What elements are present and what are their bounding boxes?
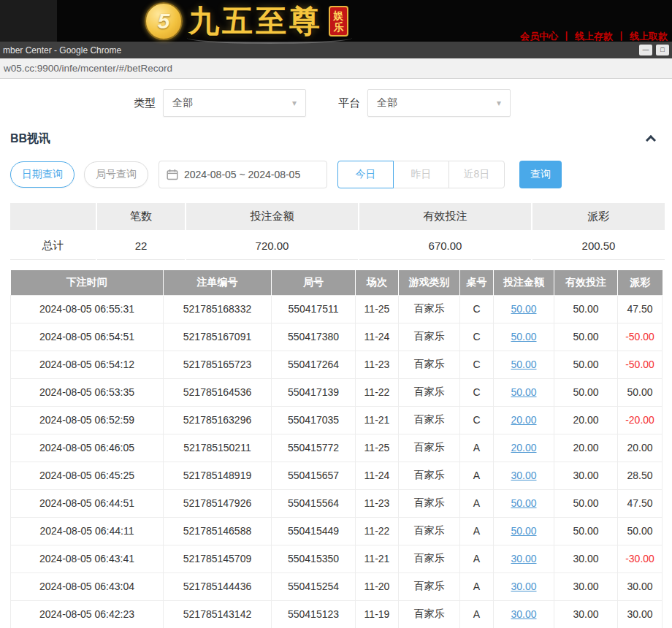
round-number-cell: 550417035 <box>272 406 356 434</box>
coin-glyph: 5 <box>158 9 170 34</box>
coin-icon: 5 <box>145 2 183 40</box>
table-code-cell: A <box>460 517 494 545</box>
valid-bet-cell: 50.00 <box>554 517 618 545</box>
bet-amount-link[interactable]: 30.00 <box>511 608 536 620</box>
bet-amount-cell: 50.00 <box>494 489 554 517</box>
game-type-cell: 百家乐 <box>399 351 460 378</box>
calendar-icon <box>167 169 178 180</box>
bet-number-cell: 521785168332 <box>164 295 272 323</box>
bet-time-cell: 2024-08-05 06:44:11 <box>11 517 164 545</box>
nav-withdraw-link[interactable]: 线上取款 <box>630 31 668 42</box>
maximize-button[interactable]: □ <box>656 45 669 55</box>
summary-header-valid-bet: 有效投注 <box>359 203 531 230</box>
summary-valid-bet-value: 670.00 <box>359 231 531 260</box>
payout-cell: 20.00 <box>618 434 663 462</box>
type-select[interactable]: 全部 ▾ <box>163 89 306 117</box>
game-type-cell: 百家乐 <box>399 406 460 434</box>
nav-member-center-link[interactable]: 会员中心 <box>520 31 558 42</box>
valid-bet-cell: 50.00 <box>554 295 618 323</box>
round-number-cell: 550417139 <box>272 378 356 406</box>
table-row: 2024-08-05 06:54:12521785165723550417264… <box>11 351 663 378</box>
url-bar[interactable]: w05.cc:9900/infe/mcenter/#/betRecord <box>0 58 672 79</box>
collapse-chevron-up-icon[interactable] <box>646 135 656 145</box>
valid-bet-cell: 30.00 <box>554 462 618 489</box>
bet-amount-link[interactable]: 50.00 <box>511 386 536 398</box>
bet-amount-link[interactable]: 30.00 <box>511 581 536 592</box>
game-type-cell: 百家乐 <box>399 378 460 406</box>
summary-header-bet-amount: 投注金额 <box>186 203 358 230</box>
bet-time-cell: 2024-08-05 06:54:51 <box>11 323 164 351</box>
table-code-cell: A <box>460 462 494 489</box>
table-row: 2024-08-05 06:46:05521785150211550415772… <box>11 434 663 462</box>
minimize-button[interactable]: — <box>639 45 652 55</box>
bet-amount-link[interactable]: 50.00 <box>511 359 536 370</box>
payout-cell: -20.00 <box>618 406 663 434</box>
bet-number-cell: 521785145709 <box>164 545 272 573</box>
quick-8days-button[interactable]: 近8日 <box>448 161 505 188</box>
valid-bet-cell: 50.00 <box>554 351 618 378</box>
quick-today-button[interactable]: 今日 <box>337 161 394 188</box>
payout-cell: 47.50 <box>618 489 663 517</box>
table-row: 2024-08-05 06:45:25521785148919550415657… <box>11 462 663 489</box>
game-type-cell: 百家乐 <box>399 323 460 351</box>
bet-amount-link[interactable]: 30.00 <box>511 470 536 481</box>
query-toolbar: 日期查询 局号查询 2024-08-05 ~ 2024-08-05 今日 昨日 … <box>0 161 672 188</box>
summary-bet-amount-value: 720.00 <box>186 231 358 260</box>
bet-amount-cell: 30.00 <box>494 462 554 489</box>
bet-number-cell: 521785165723 <box>164 351 272 378</box>
round-query-tab[interactable]: 局号查询 <box>84 161 148 188</box>
column-header-6: 投注金额 <box>494 270 554 295</box>
table-row: 2024-08-05 06:43:41521785145709550415350… <box>11 545 663 573</box>
bet-amount-cell: 30.00 <box>494 545 554 573</box>
bet-number-cell: 521785163296 <box>164 406 272 434</box>
column-header-5: 桌号 <box>460 270 494 295</box>
summary-count-value: 22 <box>97 231 185 260</box>
bet-amount-link[interactable]: 30.00 <box>511 553 536 564</box>
valid-bet-cell: 20.00 <box>554 406 618 434</box>
payout-cell: 30.00 <box>618 573 663 600</box>
session-cell: 11-24 <box>356 462 399 489</box>
bet-record-table: 下注时间注单编号局号场次游戏类别桌号投注金额有效投注派彩 2024-08-05 … <box>10 270 663 628</box>
nav-separator: 丨 <box>616 31 626 42</box>
session-cell: 11-23 <box>356 351 399 378</box>
bet-number-cell: 521785147926 <box>164 489 272 517</box>
bet-number-cell: 521785148919 <box>164 462 272 489</box>
screen: 5 九五至尊 娱 乐 会员中心丨线上存款丨线上取款 mber Center - … <box>0 0 672 628</box>
bet-amount-link[interactable]: 50.00 <box>511 303 536 315</box>
section-header: BB视讯 <box>0 130 672 148</box>
bet-amount-link[interactable]: 50.00 <box>511 331 536 342</box>
bet-time-cell: 2024-08-05 06:42:23 <box>11 600 164 628</box>
top-nav: 会员中心丨线上存款丨线上取款 <box>520 30 668 43</box>
round-number-cell: 550417264 <box>272 351 356 378</box>
summary-total-label: 总计 <box>10 231 96 260</box>
bet-amount-link[interactable]: 50.00 <box>511 525 536 537</box>
column-header-0: 下注时间 <box>11 270 164 295</box>
bet-amount-cell: 30.00 <box>494 600 554 628</box>
bet-amount-link[interactable]: 20.00 <box>511 442 536 453</box>
table-row: 2024-08-05 06:44:51521785147926550415564… <box>11 489 663 517</box>
game-type-cell: 百家乐 <box>399 545 460 573</box>
date-query-tab[interactable]: 日期查询 <box>10 161 75 188</box>
type-label: 类型 <box>134 96 156 110</box>
bet-time-cell: 2024-08-05 06:43:41 <box>11 545 164 573</box>
table-code-cell: A <box>460 573 494 600</box>
table-row: 2024-08-05 06:54:51521785167091550417380… <box>11 323 663 351</box>
game-type-cell: 百家乐 <box>399 462 460 489</box>
date-range-input[interactable]: 2024-08-05 ~ 2024-08-05 <box>159 161 327 188</box>
game-type-cell: 百家乐 <box>399 489 460 517</box>
search-button[interactable]: 查询 <box>519 161 562 188</box>
quick-yesterday-button[interactable]: 昨日 <box>393 161 449 188</box>
round-number-cell: 550415254 <box>272 573 356 600</box>
platform-select[interactable]: 全部 ▾ <box>367 89 511 117</box>
bet-number-cell: 521785144436 <box>164 573 272 600</box>
bet-amount-link[interactable]: 50.00 <box>511 497 536 509</box>
bet-amount-link[interactable]: 20.00 <box>511 414 536 426</box>
table-row: 2024-08-05 06:55:31521785168332550417511… <box>11 295 663 323</box>
session-cell: 11-21 <box>356 406 399 434</box>
valid-bet-cell: 30.00 <box>554 600 618 628</box>
payout-cell: -30.00 <box>618 545 663 573</box>
bet-time-cell: 2024-08-05 06:54:12 <box>11 351 164 378</box>
window-title-bar[interactable]: mber Center - Google Chrome — □ <box>0 42 672 58</box>
nav-deposit-link[interactable]: 线上存款 <box>575 31 613 42</box>
table-code-cell: C <box>460 323 494 351</box>
